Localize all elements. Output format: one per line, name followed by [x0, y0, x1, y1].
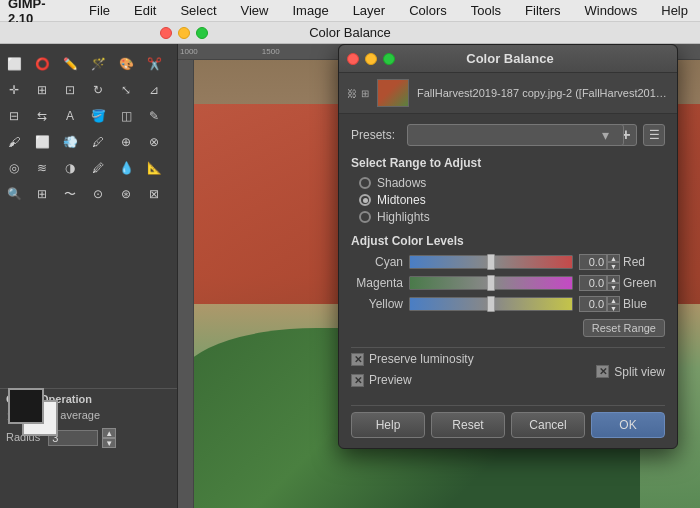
dialog-image-chain-icon: ⛓	[347, 88, 357, 99]
ruler-tick-1500: 1500	[260, 47, 282, 56]
tool-paintbrush[interactable]: 🖌	[3, 131, 25, 153]
radio-circle-highlights	[359, 211, 371, 223]
slider-track-magenta-container[interactable]	[409, 275, 573, 291]
tool-transform[interactable]: ⊞	[31, 183, 53, 205]
help-button[interactable]: Help	[351, 412, 425, 438]
slider-down-magenta[interactable]: ▼	[607, 283, 620, 291]
slider-down-cyan[interactable]: ▼	[607, 262, 620, 270]
tool-free-select[interactable]: ✏️	[59, 53, 81, 75]
menu-select[interactable]: Select	[176, 3, 220, 18]
foreground-color[interactable]	[8, 388, 44, 424]
radius-down[interactable]: ▼	[102, 438, 116, 448]
tool-perspective[interactable]: ⊟	[3, 105, 25, 127]
preserve-luminosity-checkbox[interactable]: ✕	[351, 353, 364, 366]
slider-up-magenta[interactable]: ▲	[607, 275, 620, 283]
menu-image[interactable]: Image	[289, 3, 333, 18]
menu-filters[interactable]: Filters	[521, 3, 564, 18]
tool-fuzzy-select[interactable]: 🪄	[87, 53, 109, 75]
tool-color-select[interactable]: 🎨	[115, 53, 137, 75]
menu-layer[interactable]: Layer	[349, 3, 390, 18]
tool-eraser[interactable]: ⬜	[31, 131, 53, 153]
tool-move[interactable]: ✛	[3, 79, 25, 101]
tool-measure[interactable]: 📐	[143, 157, 165, 179]
slider-value-yellow[interactable]	[579, 296, 607, 312]
tool-zoom[interactable]: 🔍	[3, 183, 25, 205]
tool-scissors[interactable]: ✂️	[143, 53, 165, 75]
tool-align[interactable]: ⊞	[31, 79, 53, 101]
maximize-button[interactable]	[196, 27, 208, 39]
slider-spinner-cyan[interactable]: ▲ ▼	[607, 254, 620, 270]
slider-right-blue: Blue	[623, 297, 665, 311]
tool-ellipse-select[interactable]: ⭕	[31, 53, 53, 75]
split-view-row[interactable]: ✕ Split view	[596, 352, 665, 391]
tool-text[interactable]: A	[59, 105, 81, 127]
split-view-checkbox[interactable]: ✕	[596, 365, 609, 378]
tool-rotate[interactable]: ↻	[87, 79, 109, 101]
presets-label: Presets:	[351, 128, 401, 142]
presets-menu-button[interactable]: ☰	[643, 124, 665, 146]
tool-warp[interactable]: 〜	[59, 183, 81, 205]
preview-checkbox[interactable]: ✕	[351, 374, 364, 387]
minimize-button[interactable]	[178, 27, 190, 39]
cancel-button[interactable]: Cancel	[511, 412, 585, 438]
menu-tools[interactable]: Tools	[467, 3, 505, 18]
slider-row-magenta: Magenta ▲ ▼	[351, 275, 665, 291]
radio-midtones[interactable]: Midtones	[359, 193, 665, 207]
menu-colors[interactable]: Colors	[405, 3, 451, 18]
window-title: Color Balance	[309, 25, 391, 40]
gegl-radius-spinner[interactable]: ▲ ▼	[102, 428, 116, 448]
adjust-section-header: Adjust Color Levels	[351, 234, 665, 248]
radius-up[interactable]: ▲	[102, 428, 116, 438]
dialog-titlebar: Color Balance	[339, 45, 677, 73]
tool-ink[interactable]: 🖊	[87, 131, 109, 153]
slider-down-yellow[interactable]: ▼	[607, 304, 620, 312]
tool-airbrush[interactable]: 💨	[59, 131, 81, 153]
tool-flip[interactable]: ⇆	[31, 105, 53, 127]
slider-thumb-magenta[interactable]	[487, 275, 495, 291]
menu-file[interactable]: File	[85, 3, 114, 18]
tool-crop[interactable]: ⊡	[59, 79, 81, 101]
slider-spinner-magenta[interactable]: ▲ ▼	[607, 275, 620, 291]
slider-spinner-yellow[interactable]: ▲ ▼	[607, 296, 620, 312]
ok-button[interactable]: OK	[591, 412, 665, 438]
reset-range-button[interactable]: Reset Range	[583, 319, 665, 337]
presets-select[interactable]	[407, 124, 624, 146]
slider-value-magenta[interactable]	[579, 275, 607, 291]
bottom-left-checks: ✕ Preserve luminosity ✕ Preview	[351, 352, 474, 391]
slider-value-cyan[interactable]	[579, 254, 607, 270]
tool-blur[interactable]: ◎	[3, 157, 25, 179]
radio-highlights[interactable]: Highlights	[359, 210, 665, 224]
tool-bucket[interactable]: 🪣	[87, 105, 109, 127]
main-area: ⬜ ⭕ ✏️ 🪄 🎨 ✂️ ✛ ⊞ ⊡ ↻ ⤡ ⊿ ⊟ ⇆ A 🪣 ◫ ✎ 🖌 …	[0, 44, 700, 508]
slider-up-yellow[interactable]: ▲	[607, 296, 620, 304]
tool-rect-select[interactable]: ⬜	[3, 53, 25, 75]
menu-help[interactable]: Help	[657, 3, 692, 18]
tool-shear[interactable]: ⊿	[143, 79, 165, 101]
tool-paths[interactable]: 🖉	[87, 157, 109, 179]
preserve-luminosity-row[interactable]: ✕ Preserve luminosity	[351, 352, 474, 366]
tool-colorpicker[interactable]: 💧	[115, 157, 137, 179]
close-button[interactable]	[160, 27, 172, 39]
tool-smudge[interactable]: ≋	[31, 157, 53, 179]
menu-edit[interactable]: Edit	[130, 3, 160, 18]
slider-up-cyan[interactable]: ▲	[607, 254, 620, 262]
radio-shadows[interactable]: Shadows	[359, 176, 665, 190]
menu-windows[interactable]: Windows	[581, 3, 642, 18]
tool-heal[interactable]: ⊕	[115, 131, 137, 153]
tool-dodge[interactable]: ◑	[59, 157, 81, 179]
slider-track-yellow-container[interactable]	[409, 296, 573, 312]
menu-view[interactable]: View	[237, 3, 273, 18]
slider-thumb-yellow[interactable]	[487, 296, 495, 312]
slider-thumb-cyan[interactable]	[487, 254, 495, 270]
preview-row[interactable]: ✕ Preview	[351, 373, 474, 387]
reset-button[interactable]: Reset	[431, 412, 505, 438]
tool-extra1[interactable]: ⊛	[115, 183, 137, 205]
tool-clone[interactable]: ⊗	[143, 131, 165, 153]
slider-track-cyan-container[interactable]	[409, 254, 573, 270]
tool-convolve[interactable]: ⊙	[87, 183, 109, 205]
presets-row: Presets: ▾ + ☰	[351, 124, 665, 146]
tool-blend[interactable]: ◫	[115, 105, 137, 127]
tool-scale[interactable]: ⤡	[115, 79, 137, 101]
tool-pencil[interactable]: ✎	[143, 105, 165, 127]
tool-extra2[interactable]: ⊠	[143, 183, 165, 205]
